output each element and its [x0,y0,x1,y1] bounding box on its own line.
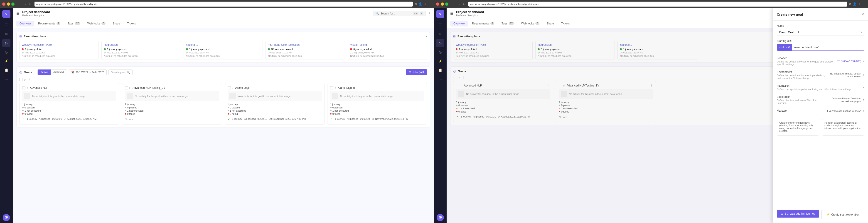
refresh-btn-right[interactable]: ↻ [462,2,467,6]
help-icon-left[interactable]: ? [428,12,430,15]
row-expander-all[interactable]: ▷ [24,78,26,81]
user-avatar-right[interactable]: JP [437,214,444,221]
sidebar-item-menu-right[interactable]: ☰ [436,21,444,29]
exec-plan-name-2[interactable]: national 1 [186,43,260,46]
expand-execution-plans-left[interactable]: ▾ [426,35,427,38]
goal-menu-1[interactable]: ⋮ [216,86,219,89]
goal-expander-r0[interactable]: ▷ [461,84,463,87]
active-tab-left[interactable]: Active [38,70,51,75]
tab-tags-right[interactable]: Tags 27 [498,21,517,27]
exec-plan-name-1[interactable]: Regression [104,43,178,46]
goal-menu-3[interactable]: ⋮ [421,86,424,89]
address-bar-right[interactable]: app.virtuoso.qa/#/project/1382/project-d… [468,2,847,7]
sidebar-item-bolt-right[interactable]: ⚡ [436,57,444,65]
environment-setting-row[interactable]: Environment Define the default environme… [777,68,864,82]
close-window-btn-right[interactable] [436,2,439,6]
exec-plan-name-r1[interactable]: Regression [538,43,612,46]
close-create-panel-btn[interactable]: ✕ [861,12,864,17]
select-all-checkbox-right[interactable] [453,76,456,79]
sidebar-item-more[interactable]: ⋯ [2,75,10,83]
search-input-left[interactable] [380,12,412,15]
goal-expander-0[interactable]: ▷ [27,86,29,89]
goal-expander-1[interactable]: ▷ [129,86,131,89]
tab-requirements-right[interactable]: Requirements 2 [469,21,497,27]
address-bar-left[interactable]: app.virtuoso.qa/#/project/1382/project-d… [34,2,413,7]
name-input[interactable] [777,29,864,36]
menu-icon[interactable]: ⋮ [429,2,431,6]
user-icon-right[interactable]: 👤 [853,2,857,6]
goal-checkbox-1[interactable] [125,86,128,89]
menu-icon-right[interactable]: ⋮ [863,2,866,6]
user-icon[interactable]: 👤 [418,2,422,6]
bookmark-icon-right[interactable]: ☆ [858,2,861,6]
extensions-icon[interactable]: ⧉ [414,2,416,6]
archived-tab-left[interactable]: Archived [51,70,67,75]
row-expander-all-right[interactable]: ▷ [458,76,460,79]
goal-menu-2[interactable]: ⋮ [319,86,321,89]
name-clear-btn[interactable]: ✕ [860,31,863,34]
sidebar-item-grid-right[interactable]: ⊞ [436,30,444,38]
project-subtitle-right[interactable]: Perficient Sandpit ▾ [456,14,484,17]
hamburger-menu-right[interactable]: ☰ [450,11,454,15]
close-window-btn[interactable] [2,2,5,6]
goal-checkbox-r1[interactable] [559,84,562,87]
exec-plan-name-4[interactable]: Visual Testing [350,43,425,46]
goal-checkbox-r0[interactable] [456,84,459,87]
url-input-field[interactable] [792,44,864,50]
sidebar-item-target-right[interactable]: ◎ [436,48,444,56]
exec-plan-name-3[interactable]: YS Phone Color Selection [268,43,342,46]
tab-webhooks-left[interactable]: Webhooks 0 [84,21,109,27]
tab-tickets-left[interactable]: Tickets [124,21,139,27]
url-protocol-selector[interactable]: ▾ https:// [777,44,792,50]
date-range-left[interactable]: 📅 26/12/2022 to 24/01/2023 [69,70,107,75]
tab-requirements-left[interactable]: Requirements 2 [35,21,64,27]
browser-setting-row[interactable]: Browser Define the default browser for t… [777,54,864,68]
goals-search-left[interactable]: Search goals 🔍 [108,70,132,75]
goal-expander-2[interactable]: ▷ [232,86,234,89]
sidebar-item-bolt[interactable]: ⚡ [2,57,10,65]
sidebar-item-play[interactable]: ▷ [2,39,10,47]
user-avatar-left[interactable]: JP [3,214,10,221]
exec-plan-name-0[interactable]: Weekly Regression Pack [22,43,96,46]
goal-menu-0[interactable]: ⋮ [113,86,116,89]
maximize-window-btn[interactable] [11,2,14,6]
exec-plan-name-r0[interactable]: Weekly Regression Pack [456,43,530,46]
tab-overview-left[interactable]: Overview [16,21,34,27]
sidebar-item-play-right[interactable]: ▷ [436,39,444,47]
goal-menu-r1[interactable]: ⋮ [650,84,653,87]
tab-tickets-right[interactable]: Tickets [558,21,573,27]
back-arrow-right[interactable]: ← [450,2,455,6]
sidebar-item-clipboard[interactable]: 📋 [2,66,10,74]
goal-menu-r0[interactable]: ⋮ [547,84,550,87]
back-arrow[interactable]: ← [16,2,21,6]
create-start-exploration-button[interactable]: ⚡ Create start exploration [822,210,864,219]
forward-arrow[interactable]: → [22,2,27,6]
goal-expander-r1[interactable]: ▷ [563,84,565,87]
search-bar-left[interactable]: 🔍 ctrl K [373,11,426,16]
extensions-icon-right[interactable]: ⧉ [849,2,851,6]
tab-share-left[interactable]: Share [110,21,123,27]
sidebar-item-grid[interactable]: ⊞ [2,30,10,38]
app-logo[interactable]: V [2,10,10,18]
create-add-first-journey-button[interactable]: ⊞ 5 Create add first journey [777,210,819,218]
minimize-window-btn-right[interactable] [441,2,444,6]
tab-overview-right[interactable]: Overview [450,21,468,27]
sidebar-item-target[interactable]: ◎ [2,48,10,56]
app-logo-right[interactable]: V [436,10,444,18]
sidebar-item-menu[interactable]: ☰ [2,21,10,29]
interaction-setting-row[interactable]: Interaction Define checkpoint snapshot c… [777,82,864,93]
select-all-checkbox[interactable] [19,78,23,81]
maximize-window-btn-right[interactable] [445,2,448,6]
tab-share-right[interactable]: Share [544,21,557,27]
goal-expander-3[interactable]: ▷ [335,86,337,89]
goals-context-menu-right[interactable]: ⋮ [462,76,465,79]
refresh-btn[interactable]: ↻ [28,2,33,6]
tab-tags-left[interactable]: Tags 27 [64,21,83,27]
goal-checkbox-2[interactable] [227,86,231,89]
manage-setting-row[interactable]: Manage Everyone can publish journeys ▾ [777,107,864,115]
project-subtitle-left[interactable]: Perficient Sandpit ▾ [22,14,50,17]
bookmark-icon[interactable]: ☆ [424,2,427,6]
minimize-window-btn[interactable] [7,2,10,6]
exec-plan-name-r2[interactable]: national 1 [620,43,694,46]
sidebar-item-more-right[interactable]: ⋯ [436,75,444,83]
